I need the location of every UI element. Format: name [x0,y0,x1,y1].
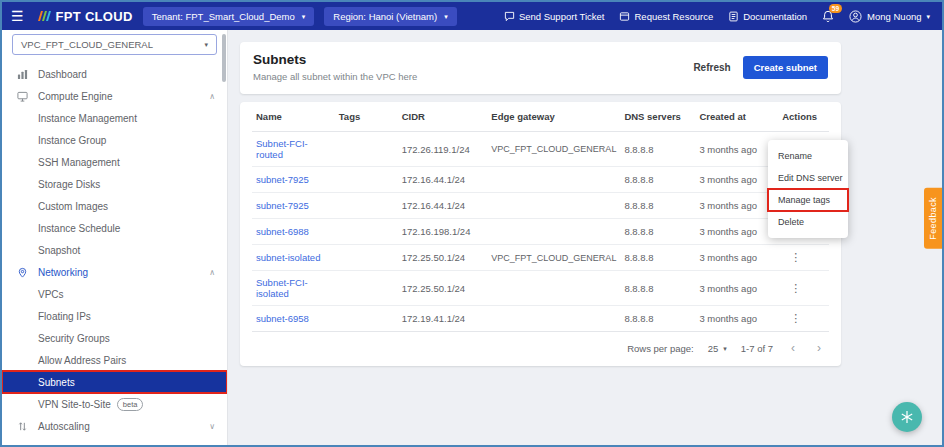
sidebar-item-vpn-site-to-site[interactable]: VPN Site-to-Site beta [2,393,227,415]
sidebar-item-security-groups[interactable]: Security Groups [2,327,227,349]
beta-badge: beta [117,398,144,411]
edge-gateway-cell [487,219,620,245]
menu-item-edit-dns-server[interactable]: Edit DNS server [768,167,848,189]
sidebar-item-custom-images[interactable]: Custom Images [2,195,227,217]
sidebar-item-ssh-management[interactable]: SSH Management [2,151,227,173]
row-actions-button[interactable]: ⋮ [782,251,809,264]
documentation-label: Documentation [743,11,807,22]
rows-per-page-select[interactable]: 25 ▾ [708,343,727,354]
support-chat-button[interactable] [892,402,922,432]
chevron-down-icon: ▾ [204,41,208,48]
sidebar-item-subnets[interactable]: Subnets [2,371,227,393]
subnet-link[interactable]: subnet-isolated [256,252,320,263]
page-title: Subnets [253,52,417,67]
sidebar-item-storage-disks[interactable]: Storage Disks [2,173,227,195]
cidr-cell: 172.19.41.1/24 [398,306,488,332]
top-bar-right: Send Support Ticket Request Resource Doc… [504,10,930,23]
previous-page-button[interactable]: ‹ [787,341,799,355]
sidebar: VPC_FPT_CLOUD_GENERAL ▾ Dashboard Comput… [2,30,228,445]
create-subnet-button[interactable]: Create subnet [743,56,828,79]
chevron-up-icon: ∧ [209,92,215,101]
cidr-cell: 172.25.50.1/24 [398,271,488,306]
fpt-cloud-logo: FPT CLOUD [37,9,133,24]
created-at-cell: 3 months ago [695,245,778,271]
sidebar-scrollbar[interactable] [222,34,226,82]
sidebar-item-label: VPCs [38,289,64,300]
tags-cell [335,306,398,332]
dns-cell: 8.8.8.8 [620,219,695,245]
refresh-button[interactable]: Refresh [693,62,730,73]
compute-engine-icon [17,91,29,102]
subnets-table: Name Tags CIDR Edge gateway DNS servers … [252,102,829,332]
support-ticket-label: Send Support Ticket [519,11,605,22]
edge-gateway-cell [487,271,620,306]
subnet-link[interactable]: subnet-6958 [256,313,309,324]
subnets-table-card: Name Tags CIDR Edge gateway DNS servers … [240,102,841,366]
sidebar-nav: Dashboard Compute Engine ∧ Instance Mana… [2,63,227,437]
user-avatar-icon [849,10,862,23]
top-bar-left: ☰ FPT CLOUD Tenant: FPT_Smart_Cloud_Demo… [8,7,457,26]
tags-cell [335,271,398,306]
tenant-selector[interactable]: Tenant: FPT_Smart_Cloud_Demo ▾ [143,7,315,26]
menu-item-rename[interactable]: Rename [768,145,848,167]
user-menu-button[interactable]: Mong Nuong ▾ [849,10,930,23]
created-at-cell: 3 months ago [695,306,778,332]
dns-cell: 8.8.8.8 [620,132,695,167]
request-resource-link[interactable]: Request Resource [619,11,713,22]
edge-gateway-cell [487,193,620,219]
sidebar-item-label: Instance Group [38,135,106,146]
sidebar-item-dashboard[interactable]: Dashboard [2,63,227,85]
tags-cell [335,167,398,193]
support-ticket-icon [504,11,515,22]
menu-item-manage-tags[interactable]: Manage tags [768,189,848,211]
dns-cell: 8.8.8.8 [620,167,695,193]
subnet-link[interactable]: subnet-7925 [256,174,309,185]
vpc-selector[interactable]: VPC_FPT_CLOUD_GENERAL ▾ [12,34,217,55]
sidebar-item-instance-management[interactable]: Instance Management [2,107,227,129]
tags-cell [335,245,398,271]
sidebar-item-label: Instance Schedule [38,223,120,234]
next-page-button[interactable]: › [813,341,825,355]
edge-gateway-cell [487,167,620,193]
sidebar-item-instance-group[interactable]: Instance Group [2,129,227,151]
row-actions-button[interactable]: ⋮ [782,282,809,295]
cidr-cell: 172.25.50.1/24 [398,245,488,271]
sidebar-item-label: Storage Disks [38,179,100,190]
sidebar-group-compute-engine[interactable]: Compute Engine ∧ [2,85,227,107]
rows-per-page-label: Rows per page: [627,343,694,354]
cidr-cell: 172.26.119.1/24 [398,132,488,167]
region-selector[interactable]: Region: Hanoi (Vietnam) ▾ [324,7,456,26]
table-row: Subnet-FCI-routed 172.26.119.1/24 VPC_FP… [252,132,829,167]
tags-cell [335,193,398,219]
subnet-link[interactable]: subnet-6988 [256,226,309,237]
feedback-tab[interactable]: Feedback [924,188,942,249]
sidebar-group-networking[interactable]: Networking ∧ [2,261,227,283]
sidebar-group-autoscaling[interactable]: Autoscaling ∨ [2,415,227,437]
sidebar-item-instance-schedule[interactable]: Instance Schedule [2,217,227,239]
hamburger-menu-button[interactable]: ☰ [8,8,27,24]
table-row: subnet-7925 172.16.44.1/24 8.8.8.8 3 mon… [252,167,829,193]
subnet-link[interactable]: subnet-7925 [256,200,309,211]
menu-item-delete[interactable]: Delete [768,211,848,233]
subnet-link[interactable]: Subnet-FCI-isolated [256,277,308,299]
sidebar-item-label: Dashboard [38,69,87,80]
sidebar-item-snapshot[interactable]: Snapshot [2,239,227,261]
chevron-down-icon: ∨ [209,422,215,431]
chevron-down-icon: ▾ [302,13,306,20]
row-actions-menu: Rename Edit DNS server Manage tags Delet… [768,140,848,238]
send-support-ticket-link[interactable]: Send Support Ticket [504,11,605,22]
column-header-edge-gateway: Edge gateway [487,102,620,132]
sidebar-item-floating-ips[interactable]: Floating IPs [2,305,227,327]
chevron-down-icon: ▾ [723,345,727,352]
hamburger-icon: ☰ [11,8,24,24]
autoscaling-icon [17,421,29,432]
sidebar-item-label: SSH Management [38,157,120,168]
sidebar-item-allow-address-pairs[interactable]: Allow Address Pairs [2,349,227,371]
sidebar-item-vpcs[interactable]: VPCs [2,283,227,305]
notifications-button[interactable]: 59 [822,10,834,23]
subnet-link[interactable]: Subnet-FCI-routed [256,138,308,160]
row-actions-button[interactable]: ⋮ [782,312,809,325]
sidebar-item-label: VPN Site-to-Site [38,399,111,410]
documentation-link[interactable]: Documentation [728,11,807,22]
dashboard-icon [17,69,29,80]
